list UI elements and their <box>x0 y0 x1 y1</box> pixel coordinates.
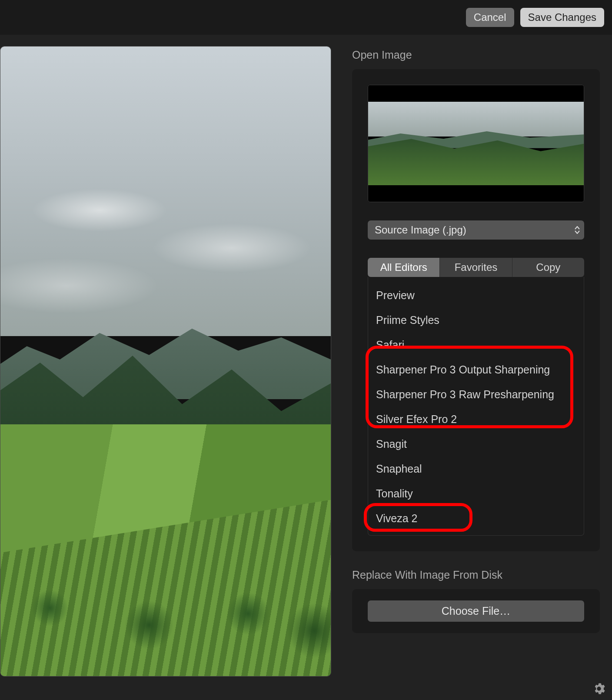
gear-icon[interactable] <box>593 683 605 697</box>
editor-item-preview[interactable]: Preview <box>368 283 584 308</box>
preview-pane <box>0 35 335 700</box>
replace-heading: Replace With Image From Disk <box>352 569 600 581</box>
editor-item-viveza[interactable]: Viveza 2 <box>368 506 584 531</box>
tab-favorites[interactable]: Favorites <box>440 258 512 277</box>
tab-copy[interactable]: Copy <box>512 258 584 277</box>
image-thumbnail[interactable] <box>368 85 584 202</box>
editor-item-silver-efex[interactable]: Silver Efex Pro 2 <box>368 407 584 432</box>
source-image-select-value: Source Image (.jpg) <box>375 224 466 236</box>
choose-file-button[interactable]: Choose File… <box>368 600 584 622</box>
editor-tabs: All Editors Favorites Copy <box>368 258 584 277</box>
editor-item-sharpener-raw[interactable]: Sharpener Pro 3 Raw Presharpening <box>368 382 584 407</box>
editor-item-sharpener-output[interactable]: Sharpener Pro 3 Output Sharpening <box>368 357 584 382</box>
tab-all-editors[interactable]: All Editors <box>368 258 440 277</box>
open-image-heading: Open Image <box>352 49 600 61</box>
main-image-preview[interactable] <box>0 46 331 677</box>
updown-stepper-icon <box>575 226 580 234</box>
editor-item-tonality[interactable]: Tonality <box>368 481 584 506</box>
open-image-panel: Source Image (.jpg) All Editors Favorite… <box>352 69 600 551</box>
content-area: Open Image Source Image (.jpg) All Edito… <box>0 35 612 700</box>
toolbar: Cancel Save Changes <box>0 0 612 35</box>
editor-item-snapheal[interactable]: Snapheal <box>368 457 584 481</box>
editor-item-snagit[interactable]: Snagit <box>368 432 584 457</box>
editor-item-safari[interactable]: Safari <box>368 333 584 357</box>
cancel-button[interactable]: Cancel <box>466 8 514 27</box>
source-image-select[interactable]: Source Image (.jpg) <box>368 220 584 240</box>
save-changes-button[interactable]: Save Changes <box>520 8 604 27</box>
editor-list: Preview Priime Styles Safari Sharpener P… <box>368 277 584 536</box>
editor-item-priime-styles[interactable]: Priime Styles <box>368 308 584 333</box>
replace-panel: Choose File… <box>352 589 600 633</box>
side-panel: Open Image Source Image (.jpg) All Edito… <box>335 35 612 700</box>
